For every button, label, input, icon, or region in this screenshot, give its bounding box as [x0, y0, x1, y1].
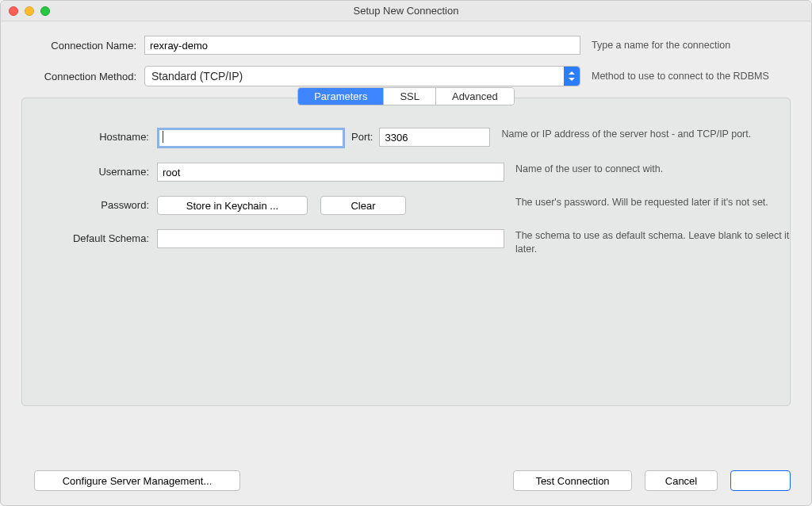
- clear-password-button[interactable]: Clear: [320, 196, 406, 215]
- footer: Configure Server Management... Test Conn…: [21, 470, 791, 491]
- default-schema-input[interactable]: [157, 229, 504, 248]
- default-schema-hint: The schema to use as default schema. Lea…: [515, 229, 790, 256]
- hostname-row: Hostname: Port: Name or IP address of th…: [22, 128, 790, 148]
- connection-name-label: Connection Name:: [21, 40, 144, 52]
- chevron-updown-icon: [564, 67, 580, 86]
- parameters-panel: Parameters SSL Advanced Hostname: Port: …: [21, 98, 791, 406]
- username-input[interactable]: [157, 163, 504, 182]
- connection-method-hint: Method to use to connect to the RDBMS: [592, 71, 791, 82]
- username-label: Username:: [22, 163, 157, 178]
- store-keychain-button[interactable]: Store in Keychain ...: [157, 196, 308, 215]
- window: Setup New Connection Connection Name: Ty…: [0, 0, 812, 506]
- connection-name-input[interactable]: [144, 36, 580, 55]
- titlebar: Setup New Connection: [1, 1, 811, 21]
- password-hint: The user's password. Will be requested l…: [515, 196, 790, 209]
- connection-name-hint: Type a name for the connection: [592, 40, 791, 51]
- connection-method-row: Connection Method: Standard (TCP/IP) Met…: [21, 66, 791, 86]
- default-schema-row: Default Schema: The schema to use as def…: [22, 229, 790, 256]
- connection-name-row: Connection Name: Type a name for the con…: [21, 36, 791, 55]
- hostname-label: Hostname:: [22, 128, 157, 143]
- configure-server-management-button[interactable]: Configure Server Management...: [34, 470, 240, 491]
- connection-method-label: Connection Method:: [21, 71, 144, 82]
- window-title: Setup New Connection: [1, 5, 811, 17]
- username-row: Username: Name of the user to connect wi…: [22, 163, 790, 182]
- hostname-hint: Name or IP address of the server host - …: [501, 128, 790, 141]
- hostname-input[interactable]: [157, 128, 345, 148]
- tabstrip: Parameters SSL Advanced: [22, 87, 790, 105]
- ok-button[interactable]: OK: [730, 470, 791, 491]
- connection-method-value: Standard (TCP/IP): [151, 70, 243, 82]
- password-label: Password:: [22, 196, 157, 211]
- port-input[interactable]: [379, 128, 490, 147]
- port-label: Port:: [345, 128, 379, 143]
- username-hint: Name of the user to connect with.: [515, 163, 790, 176]
- tab-advanced[interactable]: Advanced: [436, 88, 514, 105]
- tab-ssl[interactable]: SSL: [384, 88, 436, 105]
- tab-parameters[interactable]: Parameters: [298, 88, 384, 105]
- test-connection-button[interactable]: Test Connection: [513, 470, 632, 491]
- cancel-button[interactable]: Cancel: [645, 470, 718, 491]
- connection-method-select[interactable]: Standard (TCP/IP): [144, 66, 580, 86]
- password-row: Password: Store in Keychain ... Clear Th…: [22, 196, 790, 215]
- content-area: Connection Name: Type a name for the con…: [1, 21, 811, 406]
- default-schema-label: Default Schema:: [22, 229, 157, 244]
